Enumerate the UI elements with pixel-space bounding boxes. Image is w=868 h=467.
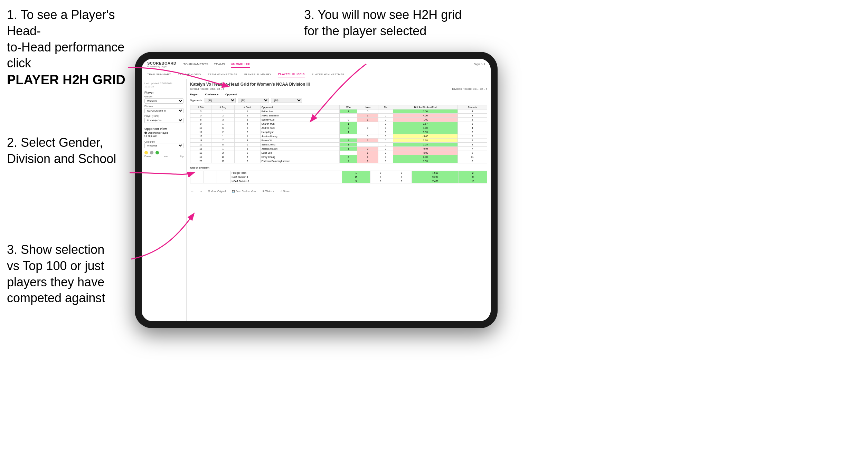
nav-items: TOURNAMENTS TEAMS COMMITTEE [183,61,467,68]
legend-dot-up [155,151,159,154]
data-area: Katelyn Vo Head-to-Head Grid for Women's… [187,79,491,321]
opponent-filter-select[interactable]: (All) [271,98,302,103]
out-of-division-header: Out of division [190,166,487,169]
main-data-table: # Div # Reg # Conf Opponent Win Loss Tie… [190,105,487,163]
opponents-label: Opponents: [190,99,202,102]
table-row: 1585Stella Cheng101.254 [190,143,487,147]
legend-dot-level [150,151,153,154]
col-diff: Diff Av Strokes/Rnd [393,105,457,109]
colour-by-select[interactable]: Win/Loss [144,143,183,148]
filters-area: Region Conference Opponent Opponents: (A… [190,93,487,103]
redo-btn[interactable]: ↪ [198,189,203,193]
undo-btn[interactable]: ↩ [190,189,195,193]
table-row: 1063Andrea York2004.004 [190,126,487,130]
opponent-view-section: Opponent view Opponents Played Top 100 [144,127,183,137]
table-row: 522Alexis Sudjianto104.003 [190,114,487,118]
instruction-3-bottom: 3. Show selection vs Top 100 or just pla… [7,242,105,306]
table-row: 633Sydney Kuo010-1.003 [190,118,487,122]
col-conf: # Conf [235,105,260,109]
tablet-screen: SCOREBOARD Powered by clippd TOURNAMENTS… [142,59,491,321]
col-loss: Loss [357,105,378,109]
radio-opponents-played[interactable]: Opponents Played [144,132,183,134]
ood-table-row: NAIA Division 115009.26730 [190,175,487,179]
player-rank-filter-group: Player (Rank) 8. Katelyn Vo [144,115,183,124]
radio-circle-opponents [144,132,147,134]
logo-sub: Powered by clippd [147,65,176,68]
region-filter-select[interactable]: (All) [205,98,236,103]
region-label: Region [190,93,198,96]
tablet-frame: SCOREBOARD Powered by clippd TOURNAMENTS… [135,52,498,328]
legend-dots [144,151,183,154]
left-panel: Last Updated: 27/03/2024 16:55:38 Player… [142,79,187,321]
subnav-team-h2h-grid[interactable]: TEAM H2H GRID [178,72,201,77]
colour-by-section: Colour by Win/Loss Down Level Up [144,141,183,158]
radio-top-100[interactable]: Top 100 [144,135,183,137]
logo-area: SCOREBOARD Powered by clippd [147,61,176,68]
table-row: 1822Euna Lee10-5.002 [190,151,487,155]
nav-teams[interactable]: TEAMS [214,61,225,67]
conference-label: Conference [205,93,219,96]
sub-nav: TEAM SUMMARY TEAM H2H GRID TEAM H2H HEAT… [142,70,491,79]
subnav-player-h2h-grid[interactable]: PLAYER H2H GRID [278,72,305,77]
gender-select[interactable]: Women's [144,98,183,104]
main-content: Last Updated: 27/03/2024 16:55:38 Player… [142,79,491,321]
division-select[interactable]: NCAA Division III [144,108,183,113]
sign-out-button[interactable]: Sign out [474,63,485,66]
col-tie: Tie [378,105,393,109]
table-row: 1125Heejo Hyun103.333 [190,130,487,134]
opponent-label: Opponent [225,93,237,96]
gender-filter-group: Gender Women's [144,95,183,105]
subnav-player-summary[interactable]: PLAYER SUMMARY [244,72,271,77]
player-rank-label: Player (Rank) [144,115,183,117]
logo-text: SCOREBOARD [147,61,176,65]
legend-dot-down [144,151,148,154]
view-original-btn[interactable]: ⊞ View: Original [207,189,227,193]
player-rank-select[interactable]: 8. Katelyn Vo [144,118,183,123]
subnav-team-h2h-heatmap[interactable]: TEAM H2H HEATMAP [208,72,237,77]
colour-by-label: Colour by [144,141,183,143]
table-row: 1613Jessica Mason120-0.947 [190,147,487,151]
grid-title: Katelyn Vo Head-to-Head Grid for Women's… [190,82,487,87]
table-row: 1311Jessica Huang00-3.002 [190,134,487,139]
col-reg: # Reg [211,105,235,109]
radio-circle-top100 [144,135,147,137]
subnav-team-summary[interactable]: TEAM SUMMARY [147,72,171,77]
division-label: Division [144,105,183,107]
instruction-3-top: 3. You will now see H2H grid for the pla… [304,7,462,39]
division-filter-group: Division NCAA Division III [144,105,183,115]
out-of-division-table: Foreign Team1004.5002NAIA Division 11500… [190,171,487,183]
app-header: SCOREBOARD Powered by clippd TOURNAMENTS… [142,59,491,70]
watch-btn[interactable]: 👁 Watch ▾ [261,189,275,193]
table-row: 1474Eunice Yi2200.389 [190,139,487,143]
table-row: 20117Federica Domecq Lacroze2101.336 [190,159,487,163]
col-div: # Div [190,105,211,109]
col-opponent: Opponent [260,105,340,109]
player-section-label: Player [144,91,183,94]
nav-tournaments[interactable]: TOURNAMENTS [183,61,208,67]
ood-table-row: Foreign Team1004.5002 [190,171,487,175]
record-row: Overall Record: 353 - 34 - 6 Division Re… [190,87,487,90]
share-btn[interactable]: ↗ Share [279,189,291,193]
save-custom-btn[interactable]: 💾 Save Custom View [230,189,257,193]
ood-table-row: NCAA Division 25007.40010 [190,179,487,183]
conference-filter-select[interactable]: (All) [238,98,269,103]
table-row: 311Esther Lee101.504 [190,109,487,114]
table-row: 914Sharon Mun103.673 [190,122,487,126]
table-row: 19106Emily Chang4100.3011 [190,155,487,159]
last-updated: Last Updated: 27/03/2024 16:55:38 [144,82,183,88]
opponent-view-label: Opponent view [144,127,183,131]
subnav-player-h2h-heatmap[interactable]: PLAYER H2H HEATMAP [312,72,345,77]
gender-label: Gender [144,95,183,98]
col-win: Win [340,105,357,109]
nav-committee[interactable]: COMMITTEE [231,61,251,68]
col-rounds: Rounds [457,105,487,109]
legend-labels: Down Level Up [144,155,183,158]
instruction-1: 1. To see a Player's Head- to-Head perfo… [7,7,138,89]
instruction-2: 2. Select Gender, Division and School [7,135,138,167]
